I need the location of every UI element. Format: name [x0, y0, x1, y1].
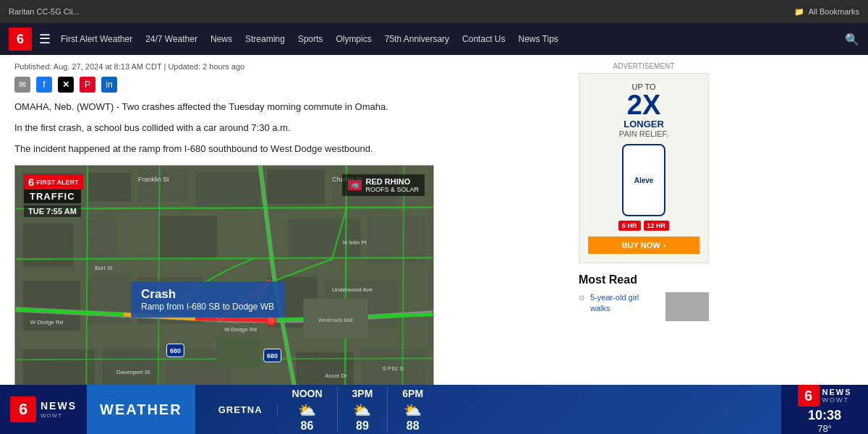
svg-text:Franklin St: Franklin St — [138, 176, 169, 183]
crash-title: Crash — [141, 287, 274, 302]
svg-text:W.Dodge Rd: W.Dodge Rd — [224, 326, 257, 333]
crash-info-box: Crash Ramp from I-680 SB to Dodge WB — [131, 281, 284, 318]
svg-rect-3 — [88, 173, 131, 202]
nav-first-alert-weather[interactable]: First Alert Weather — [61, 34, 132, 44]
ad-2x: 2X — [588, 91, 699, 119]
browser-tab: Raritan CC-5G Cli... — [9, 7, 80, 16]
svg-rect-4 — [138, 169, 189, 202]
ticker-news: NEWS — [822, 388, 852, 396]
browser-bookmarks: 📁 All Bookmarks — [794, 7, 859, 17]
forecast-3pm: 3PM ⛅ 89 — [338, 386, 388, 433]
most-read-thumbnail — [665, 292, 709, 321]
nav-contact-us[interactable]: Contact Us — [462, 34, 505, 44]
browser-bar: Raritan CC-5G Cli... 📁 All Bookmarks — [0, 0, 868, 23]
forecast-3pm-time: 3PM — [352, 388, 373, 399]
svg-rect-43 — [217, 339, 260, 367]
forecast-city: GRETNA — [218, 404, 263, 415]
share-facebook-button[interactable]: f — [36, 77, 52, 93]
article-area: Published: Aug. 27, 2024 at 8:13 AM CDT … — [0, 62, 571, 402]
share-pinterest-button[interactable]: P — [80, 77, 95, 93]
badge-title: FIRST ALERT — [36, 179, 78, 186]
social-share-bar: ✉ f ✕ P in — [14, 77, 557, 93]
svg-text:S P62 S: S P62 S — [383, 366, 404, 373]
svg-rect-12 — [368, 216, 426, 263]
first-alert-badge: 6 FIRST ALERT TRAFFIC — [24, 174, 83, 203]
weather-forecasts: GRETNA NOON ⛅ 86 3PM ⛅ 89 6PM ⛅ 88 — [195, 385, 781, 434]
weather-label: WEATHER — [100, 401, 182, 418]
traffic-map: Franklin St Charles St N 94th Pl Burt St… — [14, 165, 434, 396]
ad-brand: Aleve — [634, 176, 654, 184]
nav-links: First Alert Weather 24/7 Weather News St… — [61, 34, 845, 44]
ticker-logo-6: 6 — [798, 385, 820, 407]
tab-title: Raritan CC-5G Cli... — [9, 7, 80, 16]
ad-longer: LONGER — [588, 119, 699, 129]
arrow-right-icon: › — [663, 241, 666, 250]
site-logo[interactable]: 6 — [9, 27, 32, 51]
nav-news-tips[interactable]: News Tips — [518, 34, 558, 44]
forecast-location: GRETNA — [204, 404, 278, 415]
ad-hr-12: 12 HR — [644, 221, 670, 231]
map-timestamp: TUE 7:55 AM — [24, 205, 81, 217]
article-meta: Published: Aug. 27, 2024 at 8:13 AM CDT … — [14, 62, 557, 71]
nav-75th[interactable]: 75th Anniversary — [385, 34, 449, 44]
svg-text:Ascot Dr: Ascot Dr — [325, 373, 347, 380]
svg-text:Westroads Mall: Westroads Mall — [318, 318, 353, 323]
forecast-noon-temp: 86 — [301, 420, 314, 433]
svg-text:680: 680 — [267, 353, 278, 360]
main-content: Published: Aug. 27, 2024 at 8:13 AM CDT … — [0, 55, 868, 402]
most-read-icon: ⊙ — [579, 294, 584, 302]
ticker-temp: 78° — [817, 423, 832, 434]
nav-247-weather[interactable]: 24/7 Weather — [145, 34, 197, 44]
folder-icon: 📁 — [794, 7, 804, 17]
svg-rect-10 — [160, 216, 218, 260]
forecast-noon: NOON ⛅ 86 — [278, 386, 338, 433]
nav-streaming[interactable]: Streaming — [245, 34, 285, 44]
pinterest-icon: P — [85, 80, 90, 90]
wowt-logo: 6 — [10, 396, 36, 422]
wowt-news-label: NEWS — [41, 400, 77, 412]
most-read-item-text[interactable]: 5-year-old girl walks — [590, 292, 660, 315]
facebook-icon: f — [43, 80, 45, 90]
nav-sports[interactable]: Sports — [298, 34, 323, 44]
hamburger-icon[interactable]: ☰ — [39, 31, 51, 47]
nav-olympics[interactable]: Olympics — [336, 34, 371, 44]
svg-text:Burt St: Burt St — [95, 265, 113, 271]
forecast-3pm-temp: 89 — [356, 420, 369, 433]
navbar: 6 ☰ First Alert Weather 24/7 Weather New… — [0, 23, 868, 55]
forecast-noon-icon: ⛅ — [298, 401, 316, 419]
ad-buy-now-button[interactable]: BUY NOW › — [588, 237, 699, 254]
article-paragraph-3: The incident happened at the ramp from I… — [14, 142, 557, 157]
svg-text:Underwood Ave: Underwood Ave — [332, 286, 373, 293]
weather-logo-section: 6 NEWS WOWT — [0, 385, 87, 434]
svg-text:N 94th Pl: N 94th Pl — [343, 240, 367, 247]
search-icon[interactable]: 🔍 — [845, 33, 859, 46]
share-linkedin-button[interactable]: in — [101, 77, 117, 93]
news-ticker-right: 6 NEWS WOWT 10:38 78° — [781, 385, 868, 434]
ad-pain: PAIN RELIEF. — [588, 129, 699, 138]
ticker-time: 10:38 — [808, 408, 841, 423]
share-email-button[interactable]: ✉ — [14, 77, 30, 93]
sidebar: ADVERTISEMENT UP TO 2X LONGER PAIN RELIE… — [571, 62, 716, 402]
forecast-6pm: 6PM ⛅ 88 — [388, 386, 438, 433]
bookmarks-label: All Bookmarks — [809, 7, 859, 16]
email-icon: ✉ — [19, 80, 26, 90]
share-x-button[interactable]: ✕ — [58, 77, 74, 93]
svg-point-24 — [268, 317, 275, 324]
sponsor-name: RED RHINO — [365, 177, 419, 186]
svg-rect-5 — [195, 171, 260, 208]
sponsor-sub: ROOFS & SOLAR — [365, 186, 419, 193]
forecast-6pm-time: 6PM — [402, 388, 423, 399]
svg-rect-6 — [268, 169, 326, 204]
nav-news[interactable]: News — [210, 34, 232, 44]
svg-text:W Dodge Rd: W Dodge Rd — [30, 319, 63, 326]
ad-buy-now-label: BUY NOW — [622, 241, 660, 250]
forecast-3pm-icon: ⛅ — [353, 401, 371, 419]
svg-text:Davenport St: Davenport St — [116, 370, 150, 376]
article-body: OMAHA, Neb. (WOWT) - Two crashes affecte… — [14, 100, 557, 156]
most-read-item[interactable]: ⊙ 5-year-old girl walks — [579, 292, 709, 321]
advertisement-box: UP TO 2X LONGER PAIN RELIEF. Aleve 6 HR … — [579, 73, 709, 263]
svg-rect-9 — [80, 220, 116, 260]
badge-subtitle: TRAFFIC — [24, 190, 81, 203]
wowt-station-label: WOWT — [41, 412, 77, 419]
most-read-title: Most Read — [579, 273, 709, 286]
